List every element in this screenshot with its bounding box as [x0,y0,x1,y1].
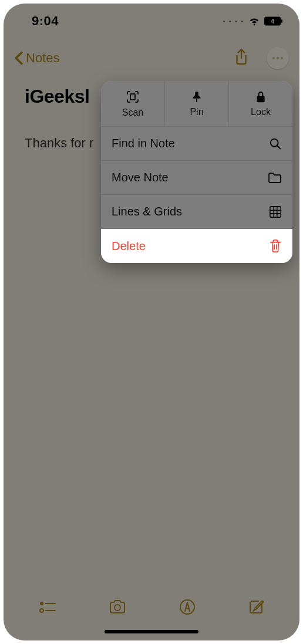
folder-icon [268,172,282,184]
svg-rect-6 [130,94,135,100]
svg-rect-7 [196,98,197,102]
pin-icon [190,90,203,103]
compose-icon [248,599,264,615]
markup-icon [179,598,196,616]
share-icon [234,48,249,66]
lock-button[interactable]: Lock [228,81,292,126]
status-time: 9:04 [32,14,59,29]
scan-label: Scan [122,107,143,118]
battery-icon: 4 [264,16,283,26]
share-button[interactable] [234,48,249,68]
checklist-icon [39,600,56,614]
svg-rect-10 [270,206,281,217]
menu-lines-grids[interactable]: Lines & Grids [101,195,292,229]
pin-label: Pin [190,107,203,117]
action-sheet: Scan Pin Lock Find in Note Move Note Lin… [101,81,292,263]
svg-rect-1 [281,19,282,23]
nav-bar: Notes [4,39,299,77]
markup-button[interactable] [179,598,196,618]
svg-point-5 [281,57,283,59]
chevron-left-icon [14,51,23,65]
sheet-top-row: Scan Pin Lock [101,81,292,127]
back-label: Notes [26,50,59,66]
status-bar: 9:04 • • • • 4 [4,4,299,39]
scan-button[interactable]: Scan [101,81,164,126]
menu-move-note[interactable]: Move Note [101,161,292,195]
menu-label: Delete [112,240,146,253]
checklist-button[interactable] [39,600,56,616]
menu-label: Find in Note [112,137,175,150]
svg-text:4: 4 [271,18,274,25]
trash-icon [269,239,282,253]
lock-icon [255,90,267,103]
menu-label: Move Note [112,171,169,184]
compose-button[interactable] [248,599,264,618]
menu-label: Lines & Grids [112,205,182,218]
camera-icon [108,599,127,615]
cellular-dots-icon: • • • • [223,18,244,25]
camera-button[interactable] [108,599,127,617]
svg-point-3 [272,57,275,59]
svg-point-12 [40,609,43,612]
menu-delete[interactable]: Delete [101,229,292,263]
menu-find-in-note[interactable]: Find in Note [101,127,292,161]
more-button[interactable] [267,47,289,69]
svg-point-11 [40,602,43,605]
ellipsis-icon [272,56,284,60]
home-indicator[interactable] [105,630,198,633]
status-right: • • • • 4 [223,16,283,26]
search-icon [269,137,282,150]
svg-point-13 [115,605,120,611]
pin-button[interactable]: Pin [164,81,228,126]
back-button[interactable]: Notes [14,50,59,66]
lock-label: Lock [251,107,271,117]
svg-point-4 [277,57,279,59]
grid-icon [269,205,282,218]
svg-rect-8 [257,96,264,102]
scan-icon [126,90,140,104]
wifi-icon [248,16,261,26]
